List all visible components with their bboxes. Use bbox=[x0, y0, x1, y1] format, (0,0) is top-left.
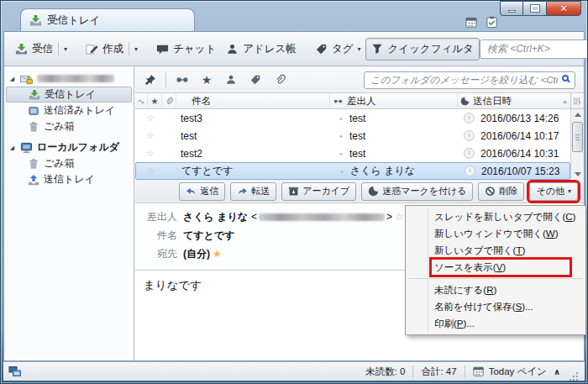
message-row[interactable]: ☆ test2 • test 2016/06/14 10:31 bbox=[135, 145, 570, 162]
tab-title: 受信トレイ bbox=[47, 13, 100, 28]
message-row-selected[interactable]: ☆ てすとです • さくら まりな 2016/10/07 15:23 bbox=[135, 162, 570, 180]
inbox-folder-icon bbox=[29, 89, 40, 101]
tree-expanded-icon[interactable]: ◢ bbox=[8, 145, 16, 151]
chat-icon bbox=[156, 43, 169, 55]
column-thread[interactable] bbox=[135, 93, 148, 108]
get-mail-dropdown[interactable]: ▾ bbox=[64, 45, 67, 53]
clock-icon bbox=[464, 113, 475, 124]
scrollbar-thumb[interactable] bbox=[572, 122, 583, 152]
menu-item-open-thread-in-tab[interactable]: スレッドを新しいタブで開く(C) bbox=[406, 208, 585, 225]
column-attachment[interactable] bbox=[162, 93, 176, 108]
menu-item-save-as[interactable]: 名前を付けて保存(S)... bbox=[406, 298, 585, 315]
chat-button[interactable]: チャット bbox=[151, 39, 221, 60]
star-contact-icon[interactable]: ☆ bbox=[395, 210, 404, 224]
folder-inbox[interactable]: 受信トレイ bbox=[6, 87, 132, 103]
window-controls: ✕ bbox=[500, 1, 581, 16]
clock-icon bbox=[464, 148, 475, 159]
get-mail-button[interactable]: 受信 ▾ bbox=[10, 39, 72, 60]
star-icon[interactable]: ☆ bbox=[144, 113, 157, 124]
junk-icon bbox=[368, 186, 379, 197]
outbox-icon bbox=[28, 174, 39, 186]
pin-icon[interactable] bbox=[141, 71, 158, 88]
forward-button[interactable]: 転送 bbox=[230, 182, 276, 201]
filter-tag-icon[interactable] bbox=[247, 71, 264, 88]
tree-expanded-icon[interactable]: ◢ bbox=[8, 76, 16, 82]
tag-dropdown[interactable]: ▾ bbox=[357, 45, 360, 53]
message-row[interactable]: ☆ test • test 2016/06/14 10:17 bbox=[135, 127, 570, 145]
folder-sent[interactable]: 送信済みトレイ bbox=[4, 103, 134, 118]
total-count: 合計: 47 bbox=[421, 366, 456, 378]
message-row[interactable]: ☆ test3 • test 2016/06/13 14:26 bbox=[135, 109, 570, 127]
more-button[interactable]: その他 ▾ bbox=[529, 182, 578, 201]
global-search bbox=[480, 39, 588, 59]
quick-filter-button[interactable]: クイックフィルタ bbox=[365, 38, 479, 60]
list-scrollbar[interactable] bbox=[570, 109, 584, 180]
minimize-icon bbox=[508, 10, 516, 13]
filter-attachment-icon[interactable] bbox=[271, 71, 288, 88]
redacted-email-address bbox=[259, 213, 385, 221]
column-picker-button[interactable] bbox=[570, 93, 584, 108]
menu-item-open-in-new-window[interactable]: 新しいウィンドウで開く(W) bbox=[406, 225, 585, 242]
filter-unread-icon[interactable] bbox=[174, 71, 191, 88]
column-sender[interactable]: 差出人 bbox=[330, 93, 458, 108]
person-icon bbox=[226, 43, 239, 55]
quick-filter-bar: ★ bbox=[135, 67, 584, 93]
trash-icon bbox=[28, 158, 39, 170]
delete-button[interactable]: 削除 bbox=[478, 182, 524, 201]
compose-icon bbox=[86, 43, 98, 55]
compose-button[interactable]: 作成 ▾ bbox=[81, 39, 143, 60]
maximize-button[interactable] bbox=[523, 1, 546, 16]
tab-inbox[interactable]: 受信トレイ bbox=[20, 8, 195, 31]
menu-item-open-in-new-tab[interactable]: 新しいタブで開く(T) bbox=[406, 242, 585, 259]
junk-button[interactable]: 迷惑マークを付ける bbox=[361, 182, 473, 201]
archive-button[interactable]: アーカイブ bbox=[281, 182, 356, 201]
menu-item-view-source[interactable]: ソースを表示(V) bbox=[406, 259, 585, 276]
column-date[interactable]: 送信日時 ▲ bbox=[458, 93, 570, 108]
folder-outbox[interactable]: 送信トレイ bbox=[4, 171, 134, 187]
network-status-icon[interactable] bbox=[8, 366, 22, 378]
star-icon[interactable]: ☆ bbox=[144, 148, 157, 159]
menu-separator bbox=[408, 278, 583, 279]
folder-trash-local[interactable]: ごみ箱 bbox=[4, 155, 134, 171]
folder-pane: ◢ 受信トレイ 送信済みトレイ ごみ箱 ◢ ローカルフォルダ bbox=[4, 67, 134, 360]
clock-icon bbox=[464, 130, 475, 141]
folder-local[interactable]: ◢ ローカルフォルダ bbox=[4, 139, 134, 155]
redacted-account-name bbox=[37, 75, 114, 82]
reply-button[interactable]: 返信 bbox=[179, 182, 225, 201]
resize-grip[interactable] bbox=[576, 372, 578, 374]
calendar-tab-icon[interactable] bbox=[465, 15, 479, 29]
menu-item-mark-unread[interactable]: 未読にする(R) bbox=[406, 281, 585, 298]
filter-starred-icon[interactable]: ★ bbox=[198, 71, 215, 88]
forward-icon bbox=[237, 186, 248, 197]
tag-icon bbox=[315, 43, 328, 55]
trash-icon bbox=[28, 121, 39, 133]
star-icon[interactable]: ☆ bbox=[144, 130, 157, 141]
compose-dropdown[interactable]: ▾ bbox=[134, 45, 138, 53]
menu-item-print[interactable]: 印刷(P)... bbox=[406, 315, 585, 332]
today-pane-toggle[interactable]: Today ペイン ∧ bbox=[473, 366, 560, 378]
list-column-header: ★ 件名 差出人 送信日時 ▲ bbox=[135, 93, 584, 109]
filter-contact-icon[interactable] bbox=[223, 71, 239, 88]
funnel-icon bbox=[371, 43, 383, 55]
computer-icon bbox=[20, 142, 33, 154]
close-button[interactable]: ✕ bbox=[546, 1, 581, 16]
today-pane-label: Today ペイン bbox=[489, 366, 547, 378]
column-subject[interactable]: 件名 bbox=[176, 93, 330, 108]
folder-trash-account[interactable]: ごみ箱 bbox=[4, 118, 134, 134]
search-input[interactable] bbox=[480, 39, 588, 59]
scroll-down-button[interactable] bbox=[571, 169, 584, 180]
sort-ascending-icon: ▲ bbox=[562, 98, 568, 104]
tasks-tab-icon[interactable] bbox=[485, 15, 499, 29]
message-filter-input[interactable] bbox=[364, 71, 575, 89]
minimize-button[interactable] bbox=[500, 1, 523, 16]
star-icon[interactable]: ☆ bbox=[144, 166, 158, 176]
tag-button[interactable]: タグ ▾ bbox=[310, 39, 366, 60]
address-book-button[interactable]: アドレス帳 bbox=[221, 39, 302, 60]
column-starred[interactable]: ★ bbox=[148, 93, 162, 108]
account-row[interactable]: ◢ bbox=[4, 71, 134, 87]
scroll-up-button[interactable] bbox=[571, 109, 584, 120]
account-icon bbox=[20, 73, 33, 85]
delete-icon bbox=[485, 186, 496, 197]
starred-contact-icon[interactable]: ★ bbox=[213, 247, 222, 260]
calendar-icon bbox=[473, 366, 485, 377]
